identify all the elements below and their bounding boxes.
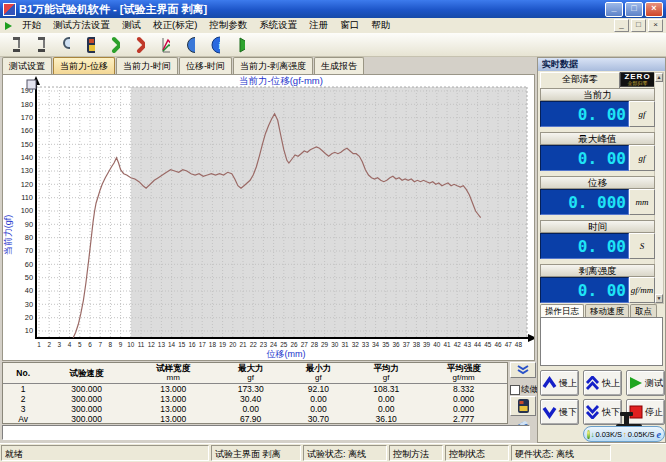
- minimize-button[interactable]: _: [605, 2, 623, 17]
- control-2-button[interactable]: 快上: [583, 370, 622, 396]
- svg-text:44: 44: [474, 341, 482, 348]
- control-1-button[interactable]: 慢上: [540, 370, 579, 396]
- status-cell-4: 控制方法: [389, 445, 443, 461]
- tab-4[interactable]: 位移-时间: [179, 57, 232, 74]
- field-value-row: 0. 00gf: [540, 101, 655, 127]
- pie-chart-button[interactable]: [179, 34, 202, 55]
- svg-text:150: 150: [21, 140, 33, 149]
- table-cell: 8.332: [420, 384, 507, 395]
- log-tab-2[interactable]: 移动速度: [585, 304, 629, 317]
- svg-text:45: 45: [484, 341, 492, 348]
- table-row[interactable]: 2300.00013.00030.400.000.000.000: [3, 394, 507, 404]
- scroll-down-icon[interactable]: ▼: [655, 294, 663, 303]
- double-chevron-down-icon: [585, 405, 600, 419]
- status-cell-5: 控制状态: [445, 445, 509, 461]
- menu-item-8[interactable]: 窗口: [334, 18, 365, 33]
- mdi-close-button[interactable]: ×: [648, 19, 663, 32]
- curves-button[interactable]: [154, 34, 177, 55]
- field-label: 当前力: [540, 88, 655, 101]
- svg-text:130: 130: [21, 166, 33, 175]
- menu-item-9[interactable]: 帮助: [365, 18, 396, 33]
- zero-all-button[interactable]: 全部清零: [540, 72, 620, 89]
- tab-1[interactable]: 测试设置: [2, 57, 52, 74]
- calibration-card-icon: [86, 36, 95, 54]
- svg-text:42: 42: [454, 341, 462, 348]
- svg-text:16: 16: [188, 341, 196, 348]
- svg-text:24: 24: [270, 341, 278, 348]
- zero-button[interactable]: ZERO 全部归零: [620, 72, 655, 87]
- red-cross-button[interactable]: [129, 34, 152, 55]
- control-label: 测试: [645, 377, 663, 390]
- table-row[interactable]: Av300.00013.00067.9030.7036.102.777: [3, 414, 507, 424]
- calibration-card-button[interactable]: [510, 396, 536, 416]
- menu-item-4[interactable]: 校正(标定): [147, 18, 203, 33]
- double-chevron-up-icon: [585, 376, 600, 390]
- curves-icon: [161, 36, 170, 54]
- mdi-restore-button[interactable]: □: [631, 19, 646, 32]
- control-4-button[interactable]: 慢下: [540, 399, 579, 425]
- tab-3[interactable]: 当前力-时间: [116, 57, 178, 74]
- svg-text:22: 22: [250, 341, 258, 348]
- restore-button[interactable]: □: [625, 2, 643, 17]
- collapse-table-button[interactable]: [510, 362, 536, 378]
- table-cell: 0.00: [352, 404, 420, 414]
- scroll-up-icon[interactable]: ▲: [655, 73, 663, 82]
- log-tab-1[interactable]: 操作日志: [540, 304, 584, 317]
- tab-5[interactable]: 当前力-剥离强度: [233, 57, 313, 74]
- table-cell: 92.10: [285, 384, 352, 395]
- menu-item-7[interactable]: 注册: [303, 18, 334, 33]
- zoom-button[interactable]: [54, 34, 77, 55]
- calibration-card-button[interactable]: [79, 34, 102, 55]
- svg-text:40: 40: [433, 341, 441, 348]
- zoom-icon: [61, 36, 70, 54]
- svg-text:80: 80: [25, 233, 33, 242]
- green-cross-button[interactable]: [104, 34, 127, 55]
- continue-checkbox-row: 续做: [510, 384, 538, 396]
- svg-text:13: 13: [158, 341, 166, 348]
- table-head: No.试验速度试样宽度mm最大力gf最小力gf平均力gf平均强度gf/mm: [3, 363, 507, 384]
- menu-item-3[interactable]: 测试: [116, 18, 147, 33]
- svg-text:5: 5: [78, 341, 82, 348]
- machine-setup-button[interactable]: [29, 34, 52, 55]
- test-machine-button[interactable]: [4, 34, 27, 55]
- status-cell-1: 就绪: [1, 445, 209, 461]
- menu-item-2[interactable]: 测试方法设置: [47, 18, 116, 33]
- log-list[interactable]: [540, 317, 663, 366]
- log-tabs: 操作日志移动速度取点: [540, 304, 664, 317]
- table-cell: 2.777: [420, 414, 507, 424]
- continue-checkbox[interactable]: [510, 385, 520, 395]
- tab-6[interactable]: 生成报告: [314, 57, 364, 74]
- panel-scrollbar[interactable]: ▲ ▼: [654, 72, 664, 304]
- info-button[interactable]: i: [204, 34, 227, 55]
- menu-item-1[interactable]: 开始: [16, 18, 47, 33]
- close-button[interactable]: ×: [645, 2, 663, 17]
- field-label: 时间: [540, 220, 655, 233]
- table-cell: 13.000: [130, 384, 217, 395]
- network-monitor[interactable]: ↓ 0.03K/S ↑ 0.05K/S e: [583, 426, 665, 442]
- view-tabs: 测试设置当前力-位移当前力-时间位移-时间当前力-剥离强度生成报告: [2, 58, 536, 74]
- svg-text:11: 11: [138, 341, 145, 348]
- svg-text:140: 140: [21, 153, 33, 162]
- tab-2[interactable]: 当前力-位移: [53, 57, 115, 74]
- lcd-display: 0. 000: [540, 189, 629, 215]
- svg-text:48: 48: [515, 341, 523, 348]
- run-button[interactable]: [229, 34, 252, 55]
- menu-item-6[interactable]: 系统设置: [253, 18, 303, 33]
- table-row[interactable]: 1300.00013.000173.3092.10108.318.332: [3, 384, 507, 395]
- start-play-icon[interactable]: [5, 22, 12, 30]
- message-input[interactable]: [2, 425, 530, 440]
- menu-item-5[interactable]: 控制参数: [203, 18, 253, 33]
- log-tab-3[interactable]: 取点: [630, 304, 657, 317]
- field-value-row: 0. 00S: [540, 233, 655, 259]
- table-cell: 108.31: [352, 384, 420, 395]
- test-machine-icon: [11, 36, 20, 54]
- svg-text:9: 9: [119, 341, 123, 348]
- info-icon: i: [211, 36, 220, 54]
- mdi-minimize-button[interactable]: _: [614, 19, 629, 32]
- svg-text:12: 12: [148, 341, 156, 348]
- field-3: 位移0. 000mm: [540, 176, 655, 215]
- table-cell: 36.10: [352, 414, 420, 424]
- field-value-row: 0. 00gf: [540, 145, 655, 171]
- control-3-button[interactable]: 测试: [626, 370, 665, 396]
- table-row[interactable]: 3300.00013.0000.000.000.000.000: [3, 404, 507, 414]
